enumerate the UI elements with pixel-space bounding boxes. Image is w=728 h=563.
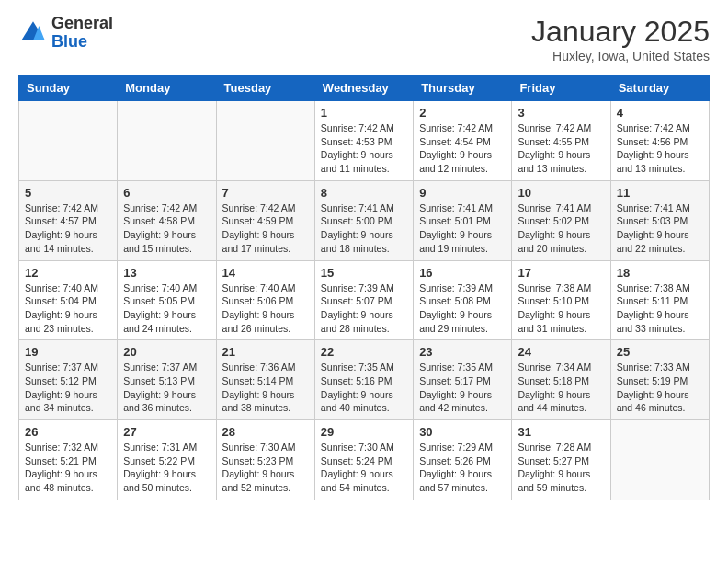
calendar-cell: 23Sunrise: 7:35 AM Sunset: 5:17 PM Dayli…: [414, 340, 512, 420]
calendar-week-row: 5Sunrise: 7:42 AM Sunset: 4:57 PM Daylig…: [19, 180, 710, 260]
day-info: Sunrise: 7:35 AM Sunset: 5:17 PM Dayligh…: [419, 361, 506, 415]
day-number: 15: [321, 266, 407, 280]
day-number: 19: [25, 345, 111, 359]
calendar-cell: 15Sunrise: 7:39 AM Sunset: 5:07 PM Dayli…: [314, 260, 413, 340]
day-number: 3: [518, 106, 604, 120]
day-number: 17: [518, 266, 604, 280]
calendar-cell: [216, 101, 314, 181]
calendar-week-row: 19Sunrise: 7:37 AM Sunset: 5:12 PM Dayli…: [19, 340, 710, 420]
day-number: 4: [617, 106, 703, 120]
location: Huxley, Iowa, United States: [531, 49, 710, 63]
day-number: 29: [321, 425, 407, 439]
calendar-cell: 16Sunrise: 7:39 AM Sunset: 5:08 PM Dayli…: [414, 260, 512, 340]
day-info: Sunrise: 7:41 AM Sunset: 5:03 PM Dayligh…: [617, 201, 703, 256]
logo-text: General Blue: [51, 15, 113, 52]
day-info: Sunrise: 7:38 AM Sunset: 5:11 PM Dayligh…: [617, 282, 703, 336]
day-number: 18: [617, 266, 703, 280]
day-info: Sunrise: 7:39 AM Sunset: 5:08 PM Dayligh…: [419, 282, 506, 336]
calendar-cell: 3Sunrise: 7:42 AM Sunset: 4:55 PM Daylig…: [512, 101, 610, 181]
calendar-cell: 26Sunrise: 7:32 AM Sunset: 5:21 PM Dayli…: [19, 420, 118, 500]
calendar-cell: 22Sunrise: 7:35 AM Sunset: 5:16 PM Dayli…: [314, 340, 413, 420]
day-info: Sunrise: 7:41 AM Sunset: 5:00 PM Dayligh…: [321, 201, 407, 256]
day-info: Sunrise: 7:30 AM Sunset: 5:23 PM Dayligh…: [222, 441, 309, 495]
day-info: Sunrise: 7:30 AM Sunset: 5:24 PM Dayligh…: [321, 441, 407, 495]
day-info: Sunrise: 7:32 AM Sunset: 5:21 PM Dayligh…: [25, 441, 111, 495]
day-info: Sunrise: 7:38 AM Sunset: 5:10 PM Dayligh…: [518, 282, 604, 336]
day-number: 30: [419, 425, 506, 439]
calendar-cell: 2Sunrise: 7:42 AM Sunset: 4:54 PM Daylig…: [414, 101, 512, 181]
calendar-week-row: 26Sunrise: 7:32 AM Sunset: 5:21 PM Dayli…: [19, 420, 710, 500]
day-number: 5: [25, 186, 111, 200]
day-info: Sunrise: 7:33 AM Sunset: 5:19 PM Dayligh…: [617, 361, 703, 415]
day-info: Sunrise: 7:35 AM Sunset: 5:16 PM Dayligh…: [321, 361, 407, 415]
day-number: 26: [25, 425, 111, 439]
month-title: January 2025: [531, 15, 710, 49]
day-number: 25: [617, 345, 703, 359]
day-number: 23: [419, 345, 506, 359]
weekday-header-row: SundayMondayTuesdayWednesdayThursdayFrid…: [19, 75, 710, 101]
weekday-header: Thursday: [414, 75, 512, 101]
day-number: 16: [419, 266, 506, 280]
calendar-cell: 25Sunrise: 7:33 AM Sunset: 5:19 PM Dayli…: [610, 340, 709, 420]
day-number: 1: [321, 106, 407, 120]
day-info: Sunrise: 7:42 AM Sunset: 4:58 PM Dayligh…: [123, 201, 210, 256]
day-number: 12: [25, 266, 111, 280]
weekday-header: Tuesday: [216, 75, 314, 101]
calendar-table: SundayMondayTuesdayWednesdayThursdayFrid…: [18, 75, 710, 500]
calendar-cell: 28Sunrise: 7:30 AM Sunset: 5:23 PM Dayli…: [216, 420, 314, 500]
day-number: 11: [617, 186, 703, 200]
day-number: 7: [222, 186, 309, 200]
day-number: 20: [123, 345, 210, 359]
day-number: 31: [518, 425, 604, 439]
weekday-header: Wednesday: [314, 75, 413, 101]
day-number: 22: [321, 345, 407, 359]
day-number: 2: [419, 106, 506, 120]
day-number: 10: [518, 186, 604, 200]
calendar-week-row: 12Sunrise: 7:40 AM Sunset: 5:04 PM Dayli…: [19, 260, 710, 340]
calendar-body: 1Sunrise: 7:42 AM Sunset: 4:53 PM Daylig…: [19, 101, 710, 500]
calendar-cell: 19Sunrise: 7:37 AM Sunset: 5:12 PM Dayli…: [19, 340, 118, 420]
calendar-cell: 31Sunrise: 7:28 AM Sunset: 5:27 PM Dayli…: [512, 420, 610, 500]
day-number: 8: [321, 186, 407, 200]
calendar-cell: [118, 101, 216, 181]
calendar-cell: 12Sunrise: 7:40 AM Sunset: 5:04 PM Dayli…: [19, 260, 118, 340]
logo: General Blue: [18, 15, 113, 52]
day-info: Sunrise: 7:41 AM Sunset: 5:01 PM Dayligh…: [419, 201, 506, 256]
day-info: Sunrise: 7:28 AM Sunset: 5:27 PM Dayligh…: [518, 441, 604, 495]
day-info: Sunrise: 7:42 AM Sunset: 4:57 PM Dayligh…: [25, 201, 111, 256]
day-info: Sunrise: 7:40 AM Sunset: 5:05 PM Dayligh…: [123, 282, 210, 336]
calendar-week-row: 1Sunrise: 7:42 AM Sunset: 4:53 PM Daylig…: [19, 101, 710, 181]
day-number: 14: [222, 266, 309, 280]
day-info: Sunrise: 7:40 AM Sunset: 5:06 PM Dayligh…: [222, 282, 309, 336]
day-info: Sunrise: 7:42 AM Sunset: 4:55 PM Dayligh…: [518, 121, 604, 176]
day-info: Sunrise: 7:37 AM Sunset: 5:12 PM Dayligh…: [25, 361, 111, 415]
day-info: Sunrise: 7:29 AM Sunset: 5:26 PM Dayligh…: [419, 441, 506, 495]
day-info: Sunrise: 7:41 AM Sunset: 5:02 PM Dayligh…: [518, 201, 604, 256]
calendar-cell: 1Sunrise: 7:42 AM Sunset: 4:53 PM Daylig…: [314, 101, 413, 181]
calendar-cell: 14Sunrise: 7:40 AM Sunset: 5:06 PM Dayli…: [216, 260, 314, 340]
day-number: 24: [518, 345, 604, 359]
calendar-cell: 8Sunrise: 7:41 AM Sunset: 5:00 PM Daylig…: [314, 180, 413, 260]
calendar-cell: 24Sunrise: 7:34 AM Sunset: 5:18 PM Dayli…: [512, 340, 610, 420]
calendar-cell: 17Sunrise: 7:38 AM Sunset: 5:10 PM Dayli…: [512, 260, 610, 340]
day-number: 13: [123, 266, 210, 280]
weekday-header: Friday: [512, 75, 610, 101]
calendar-cell: 5Sunrise: 7:42 AM Sunset: 4:57 PM Daylig…: [19, 180, 118, 260]
day-number: 27: [123, 425, 210, 439]
calendar-header: SundayMondayTuesdayWednesdayThursdayFrid…: [19, 75, 710, 101]
calendar-cell: 30Sunrise: 7:29 AM Sunset: 5:26 PM Dayli…: [414, 420, 512, 500]
day-info: Sunrise: 7:42 AM Sunset: 4:54 PM Dayligh…: [419, 121, 506, 176]
weekday-header: Saturday: [610, 75, 709, 101]
day-number: 9: [419, 186, 506, 200]
title-block: January 2025 Huxley, Iowa, United States: [531, 15, 710, 63]
calendar-cell: 7Sunrise: 7:42 AM Sunset: 4:59 PM Daylig…: [216, 180, 314, 260]
weekday-header: Monday: [118, 75, 216, 101]
calendar-cell: 6Sunrise: 7:42 AM Sunset: 4:58 PM Daylig…: [118, 180, 216, 260]
calendar-cell: 27Sunrise: 7:31 AM Sunset: 5:22 PM Dayli…: [118, 420, 216, 500]
calendar-cell: 21Sunrise: 7:36 AM Sunset: 5:14 PM Dayli…: [216, 340, 314, 420]
calendar-cell: [610, 420, 709, 500]
day-info: Sunrise: 7:36 AM Sunset: 5:14 PM Dayligh…: [222, 361, 309, 415]
calendar-cell: 13Sunrise: 7:40 AM Sunset: 5:05 PM Dayli…: [118, 260, 216, 340]
day-info: Sunrise: 7:42 AM Sunset: 4:59 PM Dayligh…: [222, 201, 309, 256]
logo-icon: [18, 18, 48, 48]
